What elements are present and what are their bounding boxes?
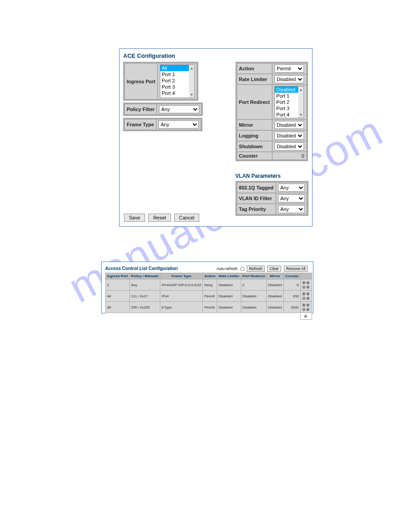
tag-priority-label: Tag Priority [237,204,276,215]
cell-policy: Any [129,279,160,291]
cell-rate: Disabled [217,279,241,291]
tag-priority-cell: Any [276,204,307,215]
counter-value: 0 [272,152,306,160]
cell-counter: 833 [283,291,300,302]
cell-port: All [106,302,130,313]
shutdown-label: Shutdown [237,141,273,152]
cell-redirect: Disabled [241,302,266,313]
cell-counter: 2042 [283,302,300,313]
clear-button[interactable]: Clear [267,266,281,272]
refresh-button[interactable]: Refresh [247,266,265,272]
policy-filter-cell: Any [157,104,201,115]
acl-col-mirror: Mirror [266,273,283,279]
acl-col-rate: Rate Limiter [217,273,241,279]
table-row: 2 Any IPv4/UDP DIP:0.0.0.0/32 Deny Disab… [106,279,312,291]
vlan-table: 802.1Q Tagged Any VLAN ID Filter Any Tag… [235,181,308,216]
action-select[interactable]: Permit [274,64,304,73]
logging-select[interactable]: Disabled [274,132,304,140]
add-row-icon[interactable]: ⊕ [300,313,312,320]
ace-config-panel: ACE Configuration Ingress Port All Port … [119,48,313,227]
acl-col-redirect: Port Redirect [241,273,266,279]
acl-col-action: Action [203,273,217,279]
acl-panel: Access Control List Configuration Auto-r… [101,262,313,313]
ingress-port-cell: All Port 1 Port 2 Port 3 Port 4 ▴▾ [158,63,197,99]
auto-refresh-checkbox[interactable] [240,267,244,271]
cell-mirror: Disabled [266,302,283,313]
auto-refresh-label: Auto-refresh [217,266,238,271]
scroll-up-icon[interactable]: ▴ [191,65,193,71]
frame-type-select[interactable]: Any [158,120,199,129]
acl-col-counter: Counter [283,273,300,279]
save-button[interactable]: Save [124,214,145,222]
cell-counter: 0 [283,279,300,291]
row-actions-icon[interactable]: ⊕⊕ ⊖⊗ [300,279,312,291]
cell-rate: Disabled [217,291,241,302]
tag-priority-select[interactable]: Any [278,205,305,213]
ingress-port-label: Ingress Port [124,63,158,99]
port-redirect-label: Port Redirect [237,85,273,120]
rate-limiter-cell: Disabled [272,74,306,85]
rate-limiter-select[interactable]: Disabled [274,75,304,83]
cell-mirror: Disabled [266,279,283,291]
vlan-title: VLAN Parameters [235,173,308,179]
rate-limiter-label: Rate Limiter [237,74,273,85]
ace-left-column: Ingress Port All Port 1 Port 2 Port 3 Po… [123,62,203,133]
logging-cell: Disabled [272,130,306,141]
tagged-select[interactable]: Any [278,184,305,192]
acl-col-policy: Policy / Bitmask [129,273,160,279]
mirror-select[interactable]: Disabled [274,121,304,129]
cell-action: Permit [203,302,217,313]
frame-type-table: Frame Type Any [123,118,202,131]
tagged-cell: Any [276,182,307,193]
acl-title: Access Control List Configuration [105,266,178,271]
scroll-up-icon[interactable]: ▴ [300,86,302,93]
ace-button-row: Save Reset Cancel [124,214,201,222]
cell-action: Deny [203,279,217,291]
policy-filter-select[interactable]: Any [159,105,199,113]
vlan-id-filter-label: VLAN ID Filter [237,193,276,204]
scroll-down-icon[interactable]: ▾ [300,112,302,118]
row-actions-icon[interactable]: ⊕⊕ ⊖⊗ [300,291,312,302]
shutdown-cell: Disabled [272,141,306,152]
ace-title: ACE Configuration [123,52,308,59]
cell-action: Permit [203,291,217,302]
ingress-port-scrollbar[interactable]: ▴▾ [189,65,194,98]
cell-frame: IPv4/UDP DIP:0.0.0.0/32 [160,279,203,291]
vlan-id-filter-cell: Any [276,193,307,204]
vlan-id-filter-select[interactable]: Any [278,194,305,202]
mirror-label: Mirror [237,120,273,130]
action-cell: Permit [272,63,306,74]
acl-col-frame: Frame Type [160,273,203,279]
logging-label: Logging [237,130,273,141]
cell-rate: Disabled [217,302,241,313]
ingress-port-table: Ingress Port All Port 1 Port 2 Port 3 Po… [123,62,198,101]
ingress-port-listbox[interactable]: All Port 1 Port 2 Port 3 Port 4 ▴▾ [160,64,195,98]
remove-all-button[interactable]: Remove All [284,266,308,272]
port-redirect-listbox[interactable]: Disabled Port 1 Port 2 Port 3 Port 4 ▴▾ [274,86,304,118]
shutdown-select[interactable]: Disabled [274,142,304,150]
cell-redirect: 2 [241,279,266,291]
table-row-add: ⊕ [106,313,312,320]
policy-filter-label: Policy Filter [124,104,157,115]
frame-type-cell: Any [156,119,201,130]
row-actions-icon[interactable]: ⊕⊕ ⊖⊗ [300,302,312,313]
acl-table: Ingress Port Policy / Bitmask Frame Type… [105,273,312,320]
policy-filter-table: Policy Filter Any [123,103,203,116]
counter-label: Counter [237,152,273,160]
cell-mirror: Disabled [266,291,283,302]
cell-port: 2 [106,279,130,291]
acl-col-port: Ingress Port [106,273,130,279]
ace-right-column: Action Permit Rate Limiter Disabled Port… [235,62,308,216]
ace-right-table: Action Permit Rate Limiter Disabled Port… [235,62,308,161]
acl-header-row: Ingress Port Policy / Bitmask Frame Type… [106,273,312,279]
acl-toolbar: Auto-refresh Refresh Clear Remove All [217,266,309,272]
cancel-button[interactable]: Cancel [174,214,199,222]
scroll-down-icon[interactable]: ▾ [191,91,193,98]
acl-col-actions [300,273,312,279]
port-redirect-scrollbar[interactable]: ▴▾ [298,86,304,118]
reset-button[interactable]: Reset [148,214,171,222]
action-label: Action [237,63,273,74]
cell-policy: 111 / 0x17 [129,291,160,302]
table-row: All 111 / 0x17 IPv4 Permit Disabled Disa… [106,291,312,302]
port-redirect-cell: Disabled Port 1 Port 2 Port 3 Port 4 ▴▾ [272,85,306,120]
